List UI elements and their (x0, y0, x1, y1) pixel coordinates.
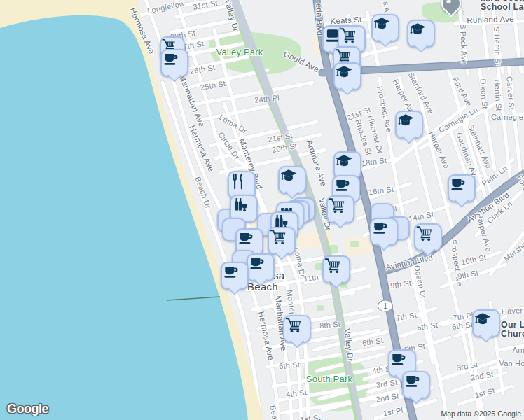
poi-marker-shopping-cart-icon[interactable] (268, 227, 296, 255)
graduation-cap-icon (373, 15, 391, 34)
shopping-cart-icon (328, 197, 346, 215)
poi-marker-shopping-cart-icon[interactable] (326, 195, 354, 223)
graduation-cap-icon (408, 21, 427, 39)
poi-marker-shopping-cart-icon[interactable] (283, 315, 311, 343)
liquor-store-icon (231, 196, 249, 214)
coffee-cup-icon (404, 372, 422, 391)
map-attribution[interactable]: Map data ©2025 Google (441, 410, 521, 418)
coffee-cup-icon (237, 230, 255, 248)
shopping-cart-icon (324, 257, 342, 275)
poi-marker-graduation-cap-icon[interactable] (333, 62, 361, 90)
coffee-cup-icon (389, 351, 408, 369)
graduation-cap-icon (280, 167, 298, 186)
coffee-cup-icon (371, 219, 389, 237)
graduation-cap-icon (397, 112, 415, 130)
poi-marker-graduation-cap-icon[interactable] (472, 309, 500, 337)
poi-marker-coffee-cup-icon[interactable] (402, 371, 430, 399)
poi-marker-coffee-cup-icon[interactable] (247, 253, 275, 281)
graduation-cap-icon (335, 153, 353, 171)
shopping-cart-icon (269, 228, 287, 246)
google-logo[interactable]: Google (7, 402, 48, 416)
poi-marker-shopping-cart-icon[interactable] (322, 255, 350, 284)
coffee-cup-icon (162, 50, 180, 69)
school-location-pin-icon (443, 0, 455, 7)
poi-marker-graduation-cap-icon[interactable] (278, 166, 306, 194)
poi-marker-graduation-cap-icon[interactable] (395, 111, 423, 139)
map-canvas[interactable]: Hermosa 8AveHermosa AveLongfellow31st St… (0, 0, 524, 420)
graduation-cap-icon (335, 64, 353, 82)
graduation-cap-icon (474, 311, 492, 329)
restaurant-icon (229, 172, 247, 190)
poi-marker-shopping-cart-icon[interactable] (414, 223, 442, 251)
coffee-cup-icon (248, 255, 266, 273)
poi-marker-coffee-cup-icon[interactable] (160, 49, 188, 77)
poi-marker-coffee-cup-icon[interactable] (448, 174, 476, 202)
poi-marker-coffee-cup-icon[interactable] (221, 262, 249, 290)
shopping-cart-icon (284, 316, 303, 335)
poi-marker-school-location-pin-icon[interactable] (441, 0, 461, 13)
shopping-cart-icon (339, 27, 357, 45)
coffee-cup-icon (333, 176, 352, 195)
poi-marker-coffee-cup-icon[interactable] (370, 218, 398, 246)
coffee-cup-icon (449, 176, 467, 194)
poi-markers-layer (0, 0, 524, 420)
poi-marker-graduation-cap-icon[interactable] (407, 20, 435, 48)
coffee-cup-icon (222, 263, 240, 281)
shopping-cart-icon (415, 225, 434, 243)
poi-marker-graduation-cap-icon[interactable] (371, 14, 399, 42)
